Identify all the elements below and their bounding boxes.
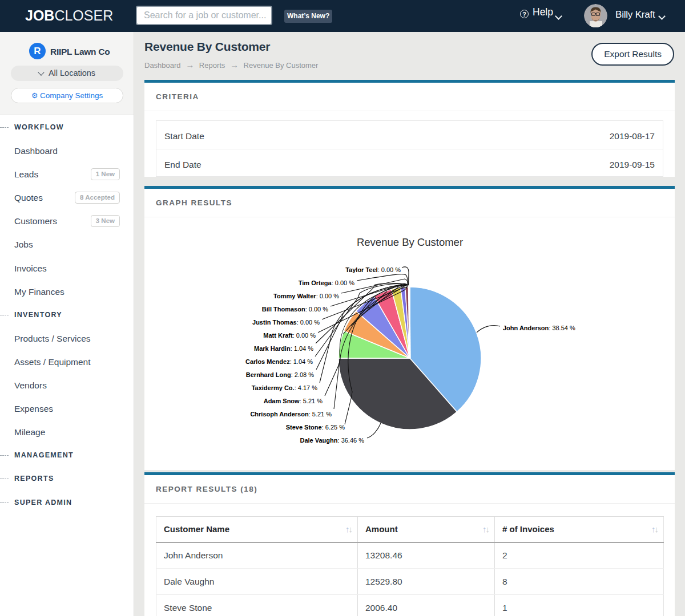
- svg-text:Revenue By Customer: Revenue By Customer: [357, 236, 463, 248]
- svg-text:Carlos Mendez: 1.04 %: Carlos Mendez: 1.04 %: [245, 358, 313, 365]
- svg-text:Matt Kraft: 0.00 %: Matt Kraft: 0.00 %: [263, 332, 316, 339]
- svg-text:Adam Snow: 5.21 %: Adam Snow: 5.21 %: [264, 398, 323, 404]
- svg-text:Chrisoph Anderson: 5.21 %: Chrisoph Anderson: 5.21 %: [250, 411, 332, 418]
- svg-text:Mark Hardin: 1.04 %: Mark Hardin: 1.04 %: [254, 345, 313, 352]
- svg-text:Dale Vaughn: 36.46 %: Dale Vaughn: 36.46 %: [300, 437, 364, 444]
- svg-text:Tim Ortega: 0.00 %: Tim Ortega: 0.00 %: [299, 279, 354, 286]
- svg-text:Taylor Teel: 0.00 %: Taylor Teel: 0.00 %: [345, 266, 401, 273]
- svg-text:Justin Thomas: 0.00 %: Justin Thomas: 0.00 %: [252, 319, 320, 326]
- svg-text:Taxidermy Co.: 4.17 %: Taxidermy Co.: 4.17 %: [252, 384, 318, 391]
- svg-text:Steve Stone: 6.25 %: Steve Stone: 6.25 %: [286, 424, 345, 431]
- svg-text:Bernhard Long: 2.08 %: Bernhard Long: 2.08 %: [246, 371, 314, 378]
- svg-text:John Anderson: 38.54 %: John Anderson: 38.54 %: [503, 325, 575, 331]
- svg-text:Bill Thomason: 0.00 %: Bill Thomason: 0.00 %: [262, 306, 328, 313]
- svg-text:Tommy Walter: 0.00 %: Tommy Walter: 0.00 %: [273, 293, 339, 299]
